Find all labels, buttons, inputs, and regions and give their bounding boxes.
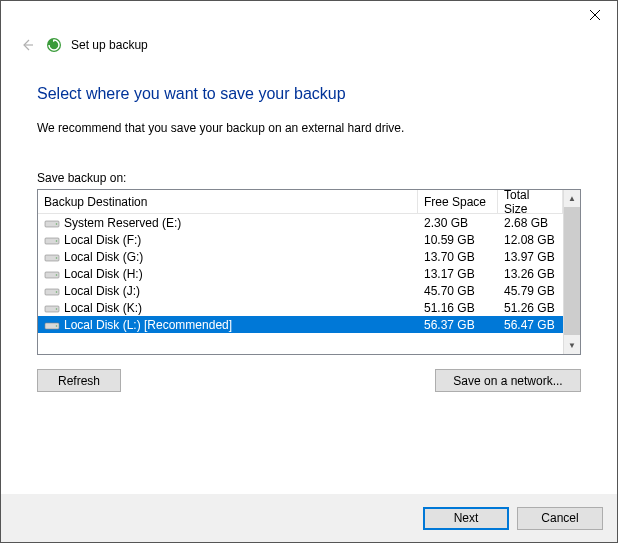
destination-name: Local Disk (L:) [Recommended] xyxy=(64,318,232,332)
destination-cell: Local Disk (K:) xyxy=(38,301,418,315)
next-button[interactable]: Next xyxy=(423,507,509,530)
drive-icon xyxy=(44,319,60,331)
svg-point-7 xyxy=(56,240,58,242)
total-size-cell: 13.97 GB xyxy=(498,250,563,264)
content-area: Select where you want to save your backu… xyxy=(1,55,617,494)
wizard-title: Set up backup xyxy=(71,38,148,52)
refresh-button[interactable]: Refresh xyxy=(37,369,121,392)
close-button[interactable] xyxy=(572,1,617,29)
list-content: Backup Destination Free Space Total Size… xyxy=(38,190,563,354)
drive-icon xyxy=(44,217,60,229)
titlebar xyxy=(1,1,617,31)
destination-name: System Reserved (E:) xyxy=(64,216,181,230)
column-header-destination[interactable]: Backup Destination xyxy=(38,190,418,213)
list-label: Save backup on: xyxy=(37,171,581,185)
destination-cell: System Reserved (E:) xyxy=(38,216,418,230)
column-header-free-space[interactable]: Free Space xyxy=(418,190,498,213)
total-size-cell: 56.47 GB xyxy=(498,318,563,332)
drive-icon xyxy=(44,268,60,280)
save-on-network-button[interactable]: Save on a network... xyxy=(435,369,581,392)
page-subtext: We recommend that you save your backup o… xyxy=(37,121,581,135)
list-row[interactable]: Local Disk (L:) [Recommended]56.37 GB56.… xyxy=(38,316,563,333)
free-space-cell: 51.16 GB xyxy=(418,301,498,315)
page-heading: Select where you want to save your backu… xyxy=(37,85,581,103)
total-size-cell: 13.26 GB xyxy=(498,267,563,281)
destination-cell: Local Disk (F:) xyxy=(38,233,418,247)
total-size-cell: 12.08 GB xyxy=(498,233,563,247)
back-button[interactable] xyxy=(17,35,37,55)
svg-point-17 xyxy=(56,325,58,327)
drive-icon xyxy=(44,302,60,314)
vertical-scrollbar[interactable]: ▲ ▼ xyxy=(563,190,580,354)
svg-point-11 xyxy=(56,274,58,276)
free-space-cell: 13.17 GB xyxy=(418,267,498,281)
scroll-down-button[interactable]: ▼ xyxy=(564,337,580,354)
total-size-cell: 2.68 GB xyxy=(498,216,563,230)
list-row[interactable]: Local Disk (G:)13.70 GB13.97 GB xyxy=(38,248,563,265)
scroll-up-button[interactable]: ▲ xyxy=(564,190,580,207)
destination-cell: Local Disk (L:) [Recommended] xyxy=(38,318,418,332)
backup-app-icon xyxy=(45,36,63,54)
list-row[interactable]: Local Disk (F:)10.59 GB12.08 GB xyxy=(38,231,563,248)
list-header[interactable]: Backup Destination Free Space Total Size xyxy=(38,190,563,214)
list-button-row: Refresh Save on a network... xyxy=(37,369,581,392)
destination-cell: Local Disk (J:) xyxy=(38,284,418,298)
wizard-window: Set up backup Select where you want to s… xyxy=(0,0,618,543)
cancel-button[interactable]: Cancel xyxy=(517,507,603,530)
drive-icon xyxy=(44,285,60,297)
back-arrow-icon xyxy=(19,37,35,53)
svg-point-13 xyxy=(56,291,58,293)
destination-name: Local Disk (H:) xyxy=(64,267,143,281)
column-header-total-size[interactable]: Total Size xyxy=(498,190,563,213)
destination-name: Local Disk (K:) xyxy=(64,301,142,315)
free-space-cell: 13.70 GB xyxy=(418,250,498,264)
svg-point-15 xyxy=(56,308,58,310)
svg-point-5 xyxy=(56,223,58,225)
drive-icon xyxy=(44,234,60,246)
total-size-cell: 51.26 GB xyxy=(498,301,563,315)
free-space-cell: 56.37 GB xyxy=(418,318,498,332)
footer: Next Cancel xyxy=(1,494,617,542)
free-space-cell: 2.30 GB xyxy=(418,216,498,230)
destination-name: Local Disk (F:) xyxy=(64,233,141,247)
destination-listbox[interactable]: Backup Destination Free Space Total Size… xyxy=(37,189,581,355)
free-space-cell: 45.70 GB xyxy=(418,284,498,298)
destination-cell: Local Disk (H:) xyxy=(38,267,418,281)
total-size-cell: 45.79 GB xyxy=(498,284,563,298)
list-row[interactable]: Local Disk (H:)13.17 GB13.26 GB xyxy=(38,265,563,282)
free-space-cell: 10.59 GB xyxy=(418,233,498,247)
svg-point-9 xyxy=(56,257,58,259)
drive-icon xyxy=(44,251,60,263)
destination-name: Local Disk (G:) xyxy=(64,250,143,264)
scroll-thumb[interactable] xyxy=(564,207,580,335)
destination-cell: Local Disk (G:) xyxy=(38,250,418,264)
list-row[interactable]: System Reserved (E:)2.30 GB2.68 GB xyxy=(38,214,563,231)
list-row[interactable]: Local Disk (J:)45.70 GB45.79 GB xyxy=(38,282,563,299)
close-icon xyxy=(590,10,600,20)
destination-name: Local Disk (J:) xyxy=(64,284,140,298)
list-row[interactable]: Local Disk (K:)51.16 GB51.26 GB xyxy=(38,299,563,316)
header-row: Set up backup xyxy=(1,31,617,55)
